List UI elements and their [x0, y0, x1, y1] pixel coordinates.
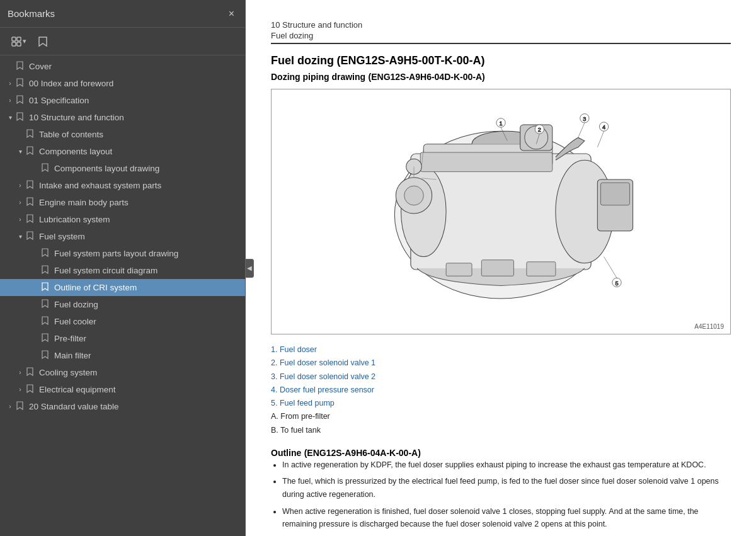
bookmark-icon	[42, 282, 50, 293]
outline-bullet: The fuel, which is pressurized by the el…	[282, 475, 731, 501]
grid-view-button[interactable]: ▾	[6, 33, 31, 50]
bookmark-icon	[38, 36, 48, 47]
tree-item-intake[interactable]: ›Intake and exhaust system parts	[0, 177, 245, 194]
bookmark-icon	[42, 333, 50, 344]
svg-line-34	[604, 257, 617, 278]
tree-item-fuel_parts[interactable]: Fuel system parts layout drawing	[0, 245, 245, 262]
bookmark-icon	[16, 95, 25, 106]
section-sub-header: Fuel dozing	[271, 31, 731, 40]
svg-line-33	[578, 123, 585, 138]
bookmark-icon	[42, 350, 50, 361]
document-content: 10 Structure and function Fuel dozing Fu…	[246, 0, 756, 536]
bookmark-icon	[26, 384, 35, 395]
bookmark-icon	[16, 112, 25, 123]
bookmark-icon	[16, 78, 25, 89]
bookmarks-title: Bookmarks	[8, 8, 55, 19]
part-item: 3. Fuel doser solenoid valve 2	[271, 370, 731, 384]
svg-rect-9	[420, 152, 553, 172]
tree-item-spec[interactable]: ›01 Specification	[0, 92, 245, 109]
tree-item-label: Engine main body parts	[39, 198, 129, 207]
tree-item-comp_layout_drawing[interactable]: Components layout drawing	[0, 160, 245, 177]
expand-icon[interactable]: ›	[15, 182, 25, 189]
tree-item-fuel_circuit[interactable]: Fuel system circuit diagram	[0, 262, 245, 279]
tree-item-electrical[interactable]: ›Electrical equipment	[0, 381, 245, 398]
bookmark-icon	[42, 248, 50, 259]
tree-item-label: Components layout	[39, 147, 112, 156]
part-item: 5. Fuel feed pump	[271, 397, 731, 410]
tree-item-pre_filter[interactable]: Pre-filter	[0, 330, 245, 347]
svg-rect-1	[17, 37, 21, 41]
section-title: 10 Structure and function	[271, 20, 362, 30]
section-header: 10 Structure and function	[271, 20, 731, 30]
tree-item-label: Fuel system	[39, 232, 85, 241]
expand-icon[interactable]: ▾	[15, 233, 25, 240]
tree-item-main_filter[interactable]: Main filter	[0, 347, 245, 364]
bookmark-icon	[26, 214, 35, 225]
tree-item-index[interactable]: ›00 Index and foreword	[0, 75, 245, 92]
tree-item-fuel[interactable]: ▾Fuel system	[0, 228, 245, 245]
expand-icon[interactable]: ›	[5, 80, 15, 87]
tree-item-engine_body[interactable]: ›Engine main body parts	[0, 194, 245, 211]
sub-title-row: Dozing piping drawing (ENG12S-A9H6-04D-K…	[271, 71, 731, 83]
tree-item-label: Fuel cooler	[54, 317, 96, 326]
tree-item-toc[interactable]: Table of contents	[0, 126, 245, 143]
bookmark-icon	[16, 61, 25, 72]
tree-item-label: Lubrication system	[39, 215, 110, 224]
svg-line-32	[597, 131, 604, 147]
tree-item-fuel_cooler[interactable]: Fuel cooler	[0, 313, 245, 330]
svg-rect-29	[527, 262, 556, 276]
main-title-row: Fuel dozing (ENG12S-A9H5-00T-K-00-A)	[271, 54, 731, 67]
tree-item-lubrication[interactable]: ›Lubrication system	[0, 211, 245, 228]
expand-icon[interactable]: ›	[5, 403, 15, 410]
part-item: B. To fuel tank	[271, 424, 731, 437]
expand-icon[interactable]: ›	[5, 97, 15, 104]
document-panel: 10 Structure and function Fuel dozing Fu…	[246, 0, 756, 536]
bookmark-icon	[26, 146, 35, 157]
main-title-code: (ENG12S-A9H5-00T-K-00-A)	[336, 54, 484, 67]
expand-icon[interactable]: ›	[15, 386, 25, 393]
bookmark-icon	[42, 163, 50, 174]
expand-icon[interactable]: ›	[15, 369, 25, 376]
tree-item-fuel_dozing[interactable]: Fuel dozing	[0, 296, 245, 313]
outline-bullet: When active regeneration is finished, fu…	[282, 505, 731, 531]
svg-text:1: 1	[499, 120, 502, 127]
tree-item-label: Outline of CRI system	[54, 283, 137, 292]
bookmark-button[interactable]	[33, 33, 52, 50]
engine-diagram-box: 2 1 4 3 5	[271, 89, 731, 334]
section-subtitle: Fuel dozing	[271, 31, 313, 40]
outline-code: (ENG12S-A9H6-04A-K-00-A)	[304, 448, 421, 458]
svg-text:2: 2	[538, 127, 541, 133]
tree-item-label: Cooling system	[39, 368, 97, 377]
expand-icon[interactable]: ▾	[15, 148, 25, 155]
svg-text:3: 3	[583, 116, 586, 122]
svg-rect-27	[446, 263, 472, 276]
dropdown-arrow-icon: ▾	[23, 37, 26, 45]
tree-item-structure[interactable]: ▾10 Structure and function	[0, 109, 245, 126]
bookmark-icon	[42, 265, 50, 276]
svg-rect-2	[12, 42, 16, 46]
bookmarks-panel: Bookmarks × ▾ Cover›00 Index and forewor…	[0, 0, 246, 536]
outline-text: In active regeneration by KDPF, the fuel…	[271, 459, 731, 531]
bookmarks-tree: Cover›00 Index and foreword›01 Specifica…	[0, 55, 245, 536]
tree-item-standard[interactable]: ›20 Standard value table	[0, 398, 245, 415]
tree-item-label: 01 Specification	[29, 96, 89, 105]
tree-item-comp_layout[interactable]: ▾Components layout	[0, 143, 245, 160]
collapse-panel-button[interactable]: ◀	[245, 259, 254, 278]
tree-item-label: Main filter	[54, 351, 91, 360]
svg-point-13	[404, 186, 424, 205]
expand-icon[interactable]: ▾	[5, 114, 15, 121]
close-button[interactable]: ×	[226, 7, 238, 21]
tree-item-cri[interactable]: Outline of CRI system	[0, 279, 245, 296]
svg-text:5: 5	[615, 280, 618, 287]
svg-rect-3	[17, 42, 21, 46]
part-item: 2. Fuel doser solenoid valve 1	[271, 356, 731, 370]
tree-item-label: Fuel system circuit diagram	[54, 266, 158, 275]
bookmark-icon	[16, 401, 25, 412]
tree-item-cover[interactable]: Cover	[0, 58, 245, 75]
expand-icon[interactable]: ›	[15, 216, 25, 223]
tree-item-cooling[interactable]: ›Cooling system	[0, 364, 245, 381]
outline-bullet: In active regeneration by KDPF, the fuel…	[282, 459, 731, 472]
outline-title-row: Outline (ENG12S-A9H6-04A-K-00-A)	[271, 447, 731, 459]
expand-icon[interactable]: ›	[15, 199, 25, 206]
engine-diagram-svg: 2 1 4 3 5	[278, 96, 724, 328]
